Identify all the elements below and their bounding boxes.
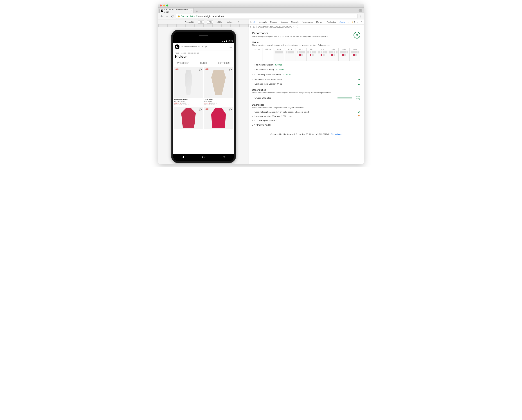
dimension-x-icon: × bbox=[205, 21, 206, 23]
audits-toolbar: + www.stylight.de 8/20/2018, 1:49:36 PM bbox=[249, 24, 364, 29]
browser-tab[interactable]: S Kleider von 3240 Marken onlin × bbox=[160, 8, 194, 13]
frame-thumbnail bbox=[274, 50, 284, 61]
profile-avatar[interactable] bbox=[359, 9, 362, 12]
lock-icon: 🔒 bbox=[178, 15, 180, 17]
menu-button[interactable]: MENÜ bbox=[229, 45, 232, 48]
frame-timestamp: 2.6 s bbox=[307, 48, 317, 50]
tab-network[interactable]: Network bbox=[290, 20, 300, 24]
filmstrip-frame: 427 ms bbox=[252, 48, 262, 61]
tab-categories[interactable]: KATEGORIEN bbox=[173, 60, 193, 66]
frame-timestamp: 427 ms bbox=[252, 48, 262, 50]
tab-elements[interactable]: Elements bbox=[257, 20, 268, 24]
tab-console[interactable]: Console bbox=[269, 20, 279, 24]
shipping-info: VERSAND: KOSTENLOS bbox=[174, 104, 203, 105]
product-card[interactable]: -50% bbox=[204, 107, 233, 129]
omnibox[interactable]: 🔒 Secure | https://www.stylight.de/Kleid… bbox=[176, 14, 357, 19]
favorite-button[interactable] bbox=[229, 68, 232, 71]
metric-row[interactable]: ▸First Interactive (beta)4,270 ms bbox=[252, 68, 360, 72]
devtools-menu-icon[interactable]: ⋮ bbox=[355, 21, 360, 23]
filmstrip-frame: 3.4 s bbox=[328, 48, 338, 61]
forward-button[interactable] bbox=[165, 15, 169, 18]
metrics-title: Metrics bbox=[252, 41, 360, 44]
new-audit-button[interactable]: + bbox=[250, 25, 251, 28]
site-logo[interactable]: S bbox=[175, 45, 179, 49]
device-mode-icon[interactable] bbox=[252, 21, 255, 23]
frame-timestamp: 2.1 s bbox=[296, 48, 306, 50]
secure-label: Secure bbox=[181, 15, 188, 18]
clear-icon[interactable] bbox=[296, 25, 298, 28]
metric-row[interactable]: ▸Estimated Input Latency: 44 ms97 bbox=[252, 82, 360, 86]
expand-icon: ▸ bbox=[252, 83, 253, 85]
tab-sources[interactable]: Sources bbox=[279, 20, 289, 24]
crumb[interactable]: MODE bbox=[181, 52, 186, 54]
wifi-icon: ▾ bbox=[222, 40, 223, 42]
warnings-badge[interactable]: ▲1 bbox=[352, 21, 355, 23]
audit-run-select[interactable]: www.stylight.de 8/20/2018, 1:49:36 PM bbox=[258, 26, 294, 28]
opportunities-title: Opportunities bbox=[252, 89, 360, 91]
maximize-window-button[interactable] bbox=[166, 5, 168, 7]
filmstrip-frame: 2.6 s bbox=[306, 48, 317, 61]
home-icon[interactable] bbox=[202, 155, 205, 160]
diagnostic-row[interactable]: ▸Uses inefficient cache policy on static… bbox=[252, 110, 360, 114]
minimize-window-button[interactable] bbox=[163, 5, 165, 7]
sale-price: 64,99 € bbox=[205, 102, 210, 104]
expand-icon: ▸ bbox=[252, 124, 253, 126]
opportunity-row[interactable]: ▸ Unused CSS rules 230 ms 40 KB bbox=[252, 95, 360, 101]
opportunity-bar bbox=[338, 98, 352, 99]
download-report-button[interactable] bbox=[253, 25, 255, 28]
close-window-button[interactable] bbox=[160, 5, 162, 7]
close-devtools-icon[interactable]: ✕ bbox=[360, 21, 363, 23]
zoom-select[interactable]: 100% bbox=[215, 21, 225, 23]
metric-score: 96 bbox=[358, 78, 360, 81]
passed-audits-toggle[interactable]: ▸ 17 Passed Audits bbox=[252, 122, 360, 128]
new-tab-button[interactable]: ▱ bbox=[194, 10, 198, 13]
performance-title: Performance bbox=[252, 32, 329, 35]
favorite-button[interactable] bbox=[199, 108, 202, 111]
favorite-button[interactable] bbox=[229, 108, 232, 111]
product-card[interactable]: -60% Hannes Roether Crochet White 179,00… bbox=[174, 67, 203, 106]
product-image bbox=[210, 108, 227, 128]
tab-filter[interactable]: FILTER bbox=[193, 60, 214, 66]
metric-row[interactable]: ▸Consistently Interactive (beta)4,270 ms bbox=[252, 73, 360, 77]
crumb[interactable]: ALLE bbox=[175, 52, 179, 54]
metric-row[interactable]: ▸First meaningful paint910 ms bbox=[252, 63, 360, 67]
device-height-input[interactable] bbox=[207, 20, 213, 23]
tab-sort[interactable]: SORTIEREN bbox=[214, 60, 234, 66]
tab-audits[interactable]: Audits bbox=[338, 20, 346, 24]
expand-icon: ▸ bbox=[252, 64, 253, 66]
device-toolbar-menu-icon[interactable]: ⋮ bbox=[245, 21, 247, 23]
back-icon[interactable] bbox=[181, 155, 185, 160]
more-tabs-icon[interactable]: » bbox=[347, 21, 349, 23]
device-width-input[interactable] bbox=[198, 20, 204, 23]
product-brand: Hannes Roether bbox=[174, 99, 203, 100]
metric-score: 97 bbox=[358, 83, 360, 85]
reload-button[interactable] bbox=[171, 15, 174, 18]
crumb[interactable]: BEKLEIDUNG bbox=[188, 52, 199, 54]
favorite-button[interactable] bbox=[199, 68, 202, 71]
device-select[interactable]: Nexus 5X bbox=[184, 21, 197, 23]
throttle-select[interactable]: Online bbox=[226, 21, 236, 23]
bookmark-star-icon[interactable]: ☆ bbox=[353, 15, 356, 18]
browser-window: S Kleider von 3240 Marken onlin × ▱ 🔒 Se… bbox=[158, 4, 364, 164]
product-card[interactable] bbox=[174, 107, 203, 129]
frame-thumbnail bbox=[285, 50, 295, 61]
diagnostic-row[interactable]: ▸Uses an excessive DOM size: 2,860 nodes… bbox=[252, 114, 360, 118]
tab-application[interactable]: Application bbox=[325, 20, 338, 24]
metric-row[interactable]: ▸Perceptual Speed Index: 1,56096 bbox=[252, 77, 360, 82]
tab-memory[interactable]: Memory bbox=[315, 20, 325, 24]
recent-icon[interactable] bbox=[222, 155, 226, 160]
discount-badge: -68% bbox=[205, 68, 209, 70]
diagnostic-row[interactable]: ▸Critical Request Chains: 2 bbox=[252, 118, 360, 122]
inspect-icon[interactable] bbox=[249, 21, 252, 23]
tab-performance[interactable]: Performance bbox=[300, 20, 315, 24]
ruler bbox=[158, 24, 249, 27]
search-field[interactable] bbox=[181, 45, 228, 48]
search-input[interactable] bbox=[184, 45, 228, 47]
product-card[interactable]: -68% Vera Mont Kleid grau 64,99 € 199,99… bbox=[204, 67, 233, 106]
browser-menu-icon[interactable]: ⋮ bbox=[359, 15, 362, 18]
back-button[interactable] bbox=[160, 15, 163, 18]
rotate-icon[interactable]: ⟲ bbox=[238, 21, 239, 23]
devtools-pane: Elements Console Sources Network Perform… bbox=[249, 19, 364, 164]
file-issue-link[interactable]: File an issue bbox=[331, 133, 342, 135]
close-tab-icon[interactable]: × bbox=[191, 9, 192, 12]
